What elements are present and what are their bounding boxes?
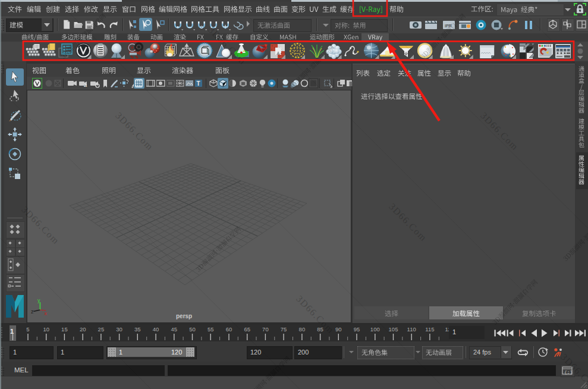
svg-text:25: 25 (98, 326, 105, 332)
svg-text:15: 15 (61, 326, 68, 332)
svg-text:70: 70 (262, 326, 269, 332)
svg-text:80: 80 (299, 326, 306, 332)
svg-text:75: 75 (281, 326, 287, 332)
svg-text:30: 30 (116, 326, 122, 332)
svg-text:40: 40 (153, 326, 159, 332)
svg-text:12: 12 (445, 326, 449, 332)
svg-text:y: y (37, 297, 40, 303)
svg-text:35: 35 (134, 326, 141, 332)
svg-text:T: T (197, 80, 200, 87)
svg-text:45: 45 (171, 326, 178, 332)
svg-text:110: 110 (407, 326, 416, 332)
svg-text:105: 105 (389, 326, 398, 332)
svg-text:95: 95 (354, 326, 360, 332)
svg-text:115: 115 (425, 326, 434, 332)
svg-text:20: 20 (80, 326, 86, 332)
svg-text:100: 100 (370, 326, 380, 332)
svg-text:a: a (84, 82, 87, 88)
svg-text:55: 55 (207, 326, 214, 332)
svg-text:5: 5 (26, 326, 29, 332)
svg-text:x: x (44, 311, 47, 316)
svg-text:50: 50 (189, 326, 196, 332)
svg-text:60: 60 (226, 326, 232, 332)
svg-text:65: 65 (244, 326, 250, 332)
svg-text:10: 10 (43, 326, 49, 332)
svg-text:z: z (31, 309, 34, 315)
